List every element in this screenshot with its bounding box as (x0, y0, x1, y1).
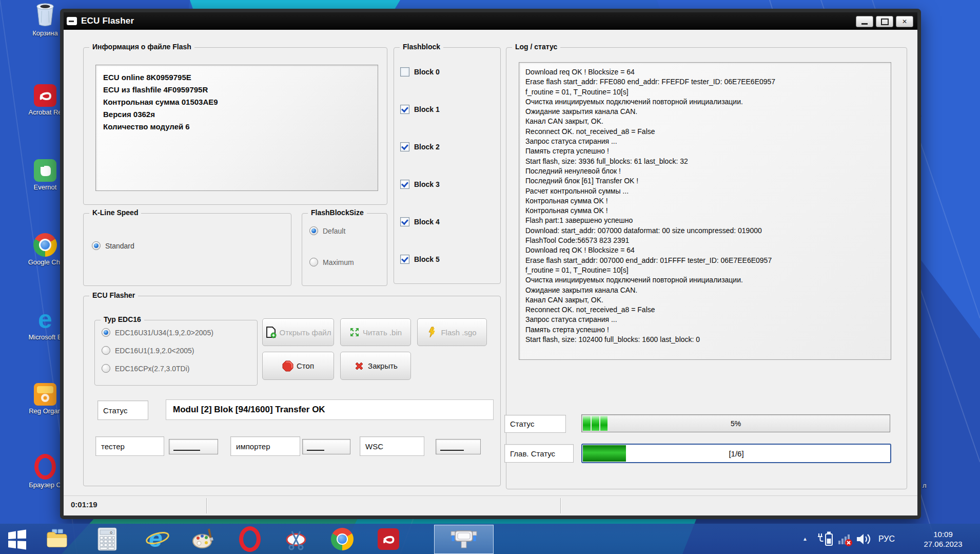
flash-info-box[interactable]: ECU online 8K0959795E ECU из flashfile 4… (95, 65, 378, 191)
log-caption: Log / статус (512, 43, 560, 51)
network-no-connection-icon (837, 531, 854, 547)
start-button[interactable] (4, 527, 30, 551)
window-system-icon[interactable] (67, 17, 77, 25)
snipping-tool-icon (284, 527, 308, 551)
tray-clock[interactable]: 10:09 27.06.2023 (912, 524, 974, 554)
checkbox-icon[interactable] (400, 142, 409, 151)
window-client-area: Информация о файле Flash ECU online 8K09… (64, 30, 917, 496)
main-progress-bar: [1/6] (581, 444, 891, 463)
chrome-button[interactable] (329, 527, 355, 551)
svg-text:0: 0 (110, 530, 113, 535)
tray-chevron[interactable]: ▲ (802, 524, 808, 554)
tray-volume[interactable] (856, 524, 871, 554)
tester-label-box: тестер (95, 436, 164, 456)
snipping-tool-button[interactable] (283, 527, 309, 551)
radio-edc16cpx[interactable]: EDC16CPx(2.7,3.0TDi) (102, 364, 190, 373)
read-bin-button[interactable]: Читать .bin (340, 318, 411, 346)
checkbox-icon[interactable] (400, 67, 409, 77)
file-explorer-button[interactable] (44, 527, 70, 551)
radio-icon[interactable] (92, 241, 101, 250)
flash-info-group: Информация о файле Flash ECU online 8K09… (83, 47, 387, 205)
radio-icon[interactable] (309, 258, 318, 266)
ecu-flasher-group: ECU Flasher Typ EDC16 EDC16U31/U34(1.9,2… (83, 296, 501, 486)
ecu-flasher-window: ECU Flasher ✕ Информация о файле Flash E… (60, 9, 921, 519)
close-x-icon (354, 360, 365, 372)
clipped-desktop-label-right-bottom: л (923, 482, 927, 489)
importer-input[interactable] (302, 439, 350, 454)
wsc-input[interactable] (436, 439, 481, 454)
windows-logo-icon (6, 528, 28, 550)
radio-maximum[interactable]: Maximum (309, 258, 354, 266)
ie-ring-icon (145, 527, 170, 551)
radio-icon[interactable] (102, 328, 110, 337)
wsc-label-box: WSC (360, 436, 424, 456)
checkbox-block-3[interactable]: Block 3 (400, 180, 440, 189)
stop-icon (282, 360, 293, 372)
flash-sgo-button[interactable]: Flash .sgo (417, 318, 487, 346)
elapsed-time: 0:01:19 (71, 500, 97, 509)
serial-connector-icon (447, 528, 480, 551)
radio-edc16u1[interactable]: EDC16U1(1.9,2.0<2005) (102, 346, 194, 355)
opera-o-icon (239, 526, 261, 552)
tray-language[interactable]: РУС (878, 524, 895, 554)
close-ecu-button[interactable]: Закрыть (340, 352, 411, 380)
ecu-flasher-caption: ECU Flasher (89, 291, 138, 299)
radio-icon[interactable] (309, 226, 318, 235)
chrome-ball-icon (331, 528, 354, 550)
kline-speed-group: K-Line Speed Standard (83, 213, 291, 286)
acrobat-red-icon (378, 528, 399, 550)
checkbox-block-2[interactable]: Block 2 (400, 142, 440, 151)
status-label-box: Статус (97, 400, 148, 420)
internet-explorer-button[interactable]: e (145, 527, 170, 551)
flashblock-group: Flashblock Block 0 Block 1 Block 2 Block… (394, 47, 501, 284)
maximize-button[interactable] (876, 16, 893, 27)
open-file-button[interactable]: Открыть файл (262, 318, 334, 346)
stop-button[interactable]: Стоп (262, 352, 334, 380)
tray-network[interactable] (837, 524, 854, 554)
checkbox-icon[interactable] (400, 217, 409, 226)
opera-button[interactable] (237, 527, 263, 551)
radio-icon[interactable] (102, 346, 110, 355)
typ-edc16-group: Typ EDC16 EDC16U31/U34(1.9,2.0>2005) EDC… (94, 320, 258, 386)
flash-sgo-icon (427, 327, 438, 338)
flash-block-size-group: FlashBlockSize Default Maximum (302, 213, 387, 286)
log-box[interactable]: Download req OK ! Blocksize = 64 Erase f… (519, 62, 891, 360)
minimize-button[interactable] (856, 16, 873, 27)
taskbar: 0 e (0, 524, 980, 554)
checkbox-block-1[interactable]: Block 1 (400, 105, 440, 114)
radio-icon[interactable] (102, 364, 110, 373)
checkbox-icon[interactable] (400, 180, 409, 189)
radio-default[interactable]: Default (309, 226, 345, 235)
open-file-icon (265, 326, 277, 338)
checkbox-icon[interactable] (400, 105, 409, 114)
title-bar[interactable]: ECU Flasher ✕ (64, 12, 917, 30)
read-bin-icon (349, 327, 360, 337)
active-app-com-port[interactable] (434, 525, 494, 554)
radio-standard[interactable]: Standard (92, 241, 134, 250)
acrobat-button[interactable] (376, 527, 401, 551)
tray-battery[interactable] (817, 524, 834, 554)
flash-info-text: ECU online 8K0959795E ECU из flashfile 4… (96, 65, 378, 139)
typ-edc16-caption: Typ EDC16 (101, 315, 144, 323)
screen: Корзина Acrobat Re Evernot Google Chr e (0, 0, 980, 554)
tester-input[interactable] (169, 439, 218, 454)
progress-text: 5% (582, 415, 890, 432)
status-progress-bar: 5% (581, 414, 890, 432)
radio-edc16u31[interactable]: EDC16U31/U34(1.9,2.0>2005) (102, 328, 213, 337)
checkbox-block-0[interactable]: Block 0 (400, 67, 440, 77)
file-explorer-icon (45, 528, 69, 550)
tray-date: 27.06.2023 (912, 539, 974, 549)
close-button[interactable]: ✕ (896, 16, 913, 27)
paint-button[interactable] (191, 527, 217, 551)
checkbox-icon[interactable] (400, 255, 409, 264)
checkbox-block-4[interactable]: Block 4 (400, 217, 440, 226)
importer-label-box: импортер (230, 436, 300, 456)
calculator-button[interactable]: 0 (94, 527, 120, 551)
log-text: Download req OK ! Blocksize = 64 Erase f… (519, 63, 891, 349)
window-title: ECU Flasher (81, 16, 134, 26)
status-value-box[interactable]: Modul [2] Blok [94/1600] Transfer OK (166, 399, 494, 420)
checkbox-block-5[interactable]: Block 5 (400, 255, 440, 264)
speaker-icon (856, 532, 871, 546)
tray-time: 10:09 (912, 529, 974, 539)
progress-text: [1/6] (582, 445, 890, 462)
